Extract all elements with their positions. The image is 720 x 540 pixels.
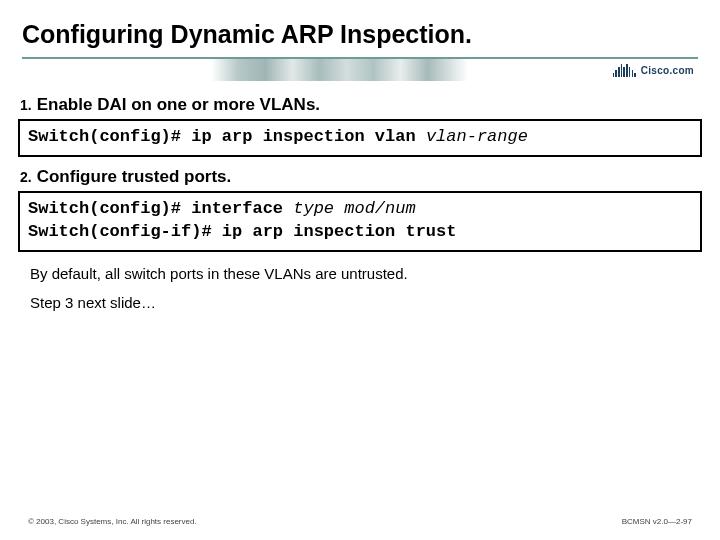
code-text: Switch(config)# ip arp inspection vlan [28, 127, 426, 146]
step-1-heading: 1. Enable DAI on one or more VLANs. [20, 95, 702, 115]
step-2-codebox: Switch(config)# interface type mod/num S… [18, 191, 702, 252]
cisco-logo-text: Cisco.com [641, 65, 694, 76]
code-line: Switch(config-if)# ip arp inspection tru… [28, 221, 692, 244]
step-2-label: Configure trusted ports. [37, 167, 232, 187]
step-1-number: 1. [20, 97, 32, 113]
cisco-logo: Cisco.com [613, 59, 698, 81]
step-2-heading: 2. Configure trusted ports. [20, 167, 702, 187]
cisco-bridge-icon [613, 63, 636, 77]
step-1-label: Enable DAI on one or more VLANs. [37, 95, 320, 115]
slide: Configuring Dynamic ARP Inspection. Cisc… [0, 0, 720, 540]
content-area: 1. Enable DAI on one or more VLANs. Swit… [0, 81, 720, 314]
code-arg: type mod/num [293, 199, 415, 218]
slide-title: Configuring Dynamic ARP Inspection. [0, 20, 720, 55]
footer: © 2003, Cisco Systems, Inc. All rights r… [0, 517, 720, 526]
brand-bar: Cisco.com [22, 59, 698, 81]
code-arg: vlan-range [426, 127, 528, 146]
body-text-2: Step 3 next slide… [30, 291, 702, 314]
footer-copyright: © 2003, Cisco Systems, Inc. All rights r… [28, 517, 197, 526]
step-2-number: 2. [20, 169, 32, 185]
code-line: Switch(config)# ip arp inspection vlan v… [28, 126, 692, 149]
footer-slide-id: BCMSN v2.0—2-97 [622, 517, 692, 526]
step-1-codebox: Switch(config)# ip arp inspection vlan v… [18, 119, 702, 157]
code-text: Switch(config)# interface [28, 199, 293, 218]
brand-pattern [22, 59, 613, 81]
body-text-1: By default, all switch ports in these VL… [30, 262, 702, 285]
code-line: Switch(config)# interface type mod/num [28, 198, 692, 221]
